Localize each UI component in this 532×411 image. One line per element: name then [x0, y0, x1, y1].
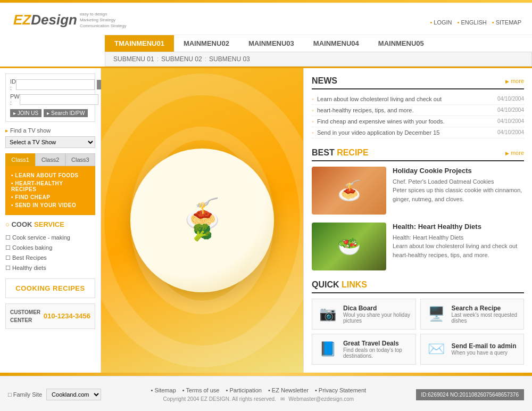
login-link[interactable]: LOGIN	[430, 19, 452, 26]
cook-service-item-0[interactable]: ☐ Cook service - making	[5, 233, 95, 243]
family-site-label: □ Family Site	[8, 391, 42, 398]
id-label: ID :	[10, 78, 16, 91]
class-tab-1[interactable]: Class1	[5, 153, 35, 166]
logo-tagline: easy to design Marketing Strategy Commun…	[80, 11, 127, 29]
recipe-title-1[interactable]: Health: Heart Healthy Diets	[393, 223, 524, 231]
top-navigation: LOGIN ENGLISH SITEMAP	[427, 15, 527, 26]
footer-link-sitemap[interactable]: • Sitemap	[151, 387, 176, 393]
customer-center: CUSTOMER CENTER 010-1234-3456	[5, 303, 95, 329]
footer-webmaster[interactable]: Webmaster@ezdesign.com	[288, 396, 354, 402]
family-site-select[interactable]: Cookland.com	[46, 389, 101, 400]
recipe-item-1: 🥗 Health: Heart Healthy Diets Health: He…	[312, 223, 524, 270]
class-tabs: Class1 Class2 Class3	[5, 153, 95, 166]
main-menu-item-2[interactable]: MAINMENU03	[239, 35, 304, 52]
cook-service-item-3[interactable]: ☐ Healthy diets	[5, 263, 95, 273]
recipe-item-0: 🍝 Holiday Cookie Projects Chef. Peter's …	[312, 167, 524, 215]
customer-label-2: CENTER	[10, 316, 40, 324]
class-item-0[interactable]: • LEARN ABOUT FOODS	[11, 171, 89, 179]
pw-input[interactable]	[20, 94, 98, 105]
quick-link-title-2: Great Travel Deals	[343, 340, 411, 347]
quick-link-desc-1: Last week's most requested dishes	[452, 312, 520, 324]
footer-left: □ Family Site Cookland.com	[8, 389, 101, 400]
quick-link-title-1: Search a Recipe	[452, 305, 520, 312]
main-menu-item-3[interactable]: MAINMENU04	[304, 35, 369, 52]
quick-link-item-3[interactable]: ✉️ Send E-mail to admin When you have a …	[420, 334, 525, 365]
recipe-desc-1: Health: Heart Healthy Diets Learn about …	[393, 233, 524, 260]
search-idpw-button[interactable]: ▸ Search ID/PW	[44, 109, 88, 117]
footer-link-newsletter[interactable]: • EZ Newsletter	[268, 387, 309, 393]
quick-links-title: QUICK LINKS	[312, 280, 524, 293]
news-title: NEWS	[312, 76, 337, 86]
cooking-recipes-box: COOKING RECIPES	[5, 278, 95, 298]
customer-label-1: CUSTOMER	[10, 308, 40, 316]
id-input[interactable]	[16, 79, 95, 90]
class-item-1[interactable]: • HEART-HEALTHY RECIPES	[11, 179, 89, 193]
footer-center: • Sitemap • Terms of use • Participation…	[112, 387, 405, 402]
footer-links: • Sitemap • Terms of use • Participation…	[112, 387, 405, 393]
tv-show-section: ▸ Find a TV show Select a TV Show	[5, 127, 95, 148]
class-tab-2[interactable]: Class2	[35, 153, 65, 166]
sub-menu: SUBMENU 01 : SUBMENU 02 : SUBMENU 03	[105, 52, 532, 67]
logo-design: Design	[31, 12, 77, 28]
news-item-0[interactable]: ◦ Learn about low cholesterol living and…	[312, 94, 524, 105]
news-item-3[interactable]: ◦ Send in your video application by Dece…	[312, 127, 524, 138]
logo-ez: EZ	[13, 12, 31, 28]
best-recipe-title: BEST RECIPE	[312, 148, 369, 158]
best-recipe-more[interactable]: ▶ more	[505, 150, 524, 156]
cook-service-item-2[interactable]: ☐ Best Recipes	[5, 253, 95, 263]
submenu-item-1[interactable]: SUBMENU 02	[161, 55, 202, 63]
food-image: 🍝 🥦	[101, 68, 303, 373]
quick-link-desc-2: Find deals on today's top destinations.	[343, 347, 411, 359]
login-box: ID : Login PW : ▸ JOIN US ▸ Search ID/PW	[5, 73, 95, 122]
recipe-info-1: Health: Heart Healthy Diets Health: Hear…	[393, 223, 524, 260]
recipe-title-0[interactable]: Holiday Cookie Projects	[393, 167, 524, 175]
news-item-2[interactable]: ◦ Find cheap and expensive wines with yo…	[312, 116, 524, 127]
quick-link-desc-0: Woul you share your holiday pictures	[343, 312, 411, 324]
quick-link-title-0: Dica Board	[343, 305, 411, 312]
submenu-item-2[interactable]: SUBMENU 03	[209, 55, 250, 63]
quick-link-item-0[interactable]: 📷 Dica Board Woul you share your holiday…	[312, 299, 416, 330]
footer-link-privacy[interactable]: • Privacy Statement	[315, 387, 366, 393]
footer-id-info: ID:6269024 NO:20110826075648657376	[416, 389, 525, 400]
footer-link-participation[interactable]: • Participation	[226, 387, 261, 393]
sitemap-link[interactable]: SITEMAP	[492, 19, 521, 26]
footer-link-terms[interactable]: • Terms of use	[182, 387, 220, 393]
cook-service: ○ COOK SERVICE ☐ Cook service - making ☐…	[5, 220, 95, 273]
tv-show-label: ▸ Find a TV show	[5, 127, 95, 134]
quick-link-item-1[interactable]: 🖥️ Search a Recipe Last week's most requ…	[420, 299, 525, 330]
news-section: NEWS ▶ more ◦ Learn about low cholestero…	[312, 76, 524, 138]
pw-label: PW :	[10, 93, 20, 106]
class-tab-3[interactable]: Class3	[65, 153, 95, 166]
cook-service-item-1[interactable]: ☐ Cookies baking	[5, 243, 95, 253]
submenu-item-0[interactable]: SUBMENU 01	[113, 55, 154, 63]
main-menu-item-4[interactable]: MAINMENU05	[369, 35, 434, 52]
english-link[interactable]: ENGLISH	[458, 19, 487, 26]
best-recipe-section: BEST RECIPE ▶ more 🍝 Holiday Cookie Proj…	[312, 148, 524, 270]
footer: □ Family Site Cookland.com • Sitemap • T…	[0, 376, 532, 411]
recipe-info-0: Holiday Cookie Projects Chef. Peter's Lo…	[393, 167, 524, 204]
quick-link-icon-2: 📘	[317, 339, 339, 360]
recipe-thumb-0[interactable]: 🍝	[312, 167, 386, 215]
quick-links-section: QUICK LINKS 📷 Dica Board Woul you share …	[312, 280, 524, 365]
tv-show-select[interactable]: Select a TV Show	[5, 136, 95, 148]
quick-link-icon-0: 📷	[317, 303, 339, 325]
quick-link-title-3: Send E-mail to admin	[452, 342, 517, 350]
cook-service-title: ○ COOK SERVICE	[5, 220, 95, 228]
class-content: • LEARN ABOUT FOODS • HEART-HEALTHY RECI…	[5, 166, 95, 215]
quick-link-icon-1: 🖥️	[425, 303, 447, 325]
news-item-1[interactable]: ◦ heart-healthy recipes, tips, and more.…	[312, 105, 524, 116]
main-menu-item-0[interactable]: TMAINMENU01	[105, 35, 174, 52]
customer-phone: 010-1234-3456	[44, 312, 90, 320]
quick-link-desc-3: When you have a query	[452, 350, 517, 356]
quick-link-icon-3: ✉️	[425, 339, 447, 360]
footer-copyright: Copyright 2004 EZ DESIGN. All rights res…	[112, 396, 405, 402]
class-item-2[interactable]: • FIND CHEAP	[11, 193, 89, 201]
main-menu-item-1[interactable]: MAINMENU02	[174, 35, 239, 52]
quick-link-item-2[interactable]: 📘 Great Travel Deals Find deals on today…	[312, 334, 416, 365]
cooking-recipes-title: COOKING RECIPES	[11, 284, 89, 292]
recipe-thumb-1[interactable]: 🥗	[312, 223, 386, 270]
join-button[interactable]: ▸ JOIN US	[10, 109, 41, 117]
news-more-link[interactable]: ▶ more	[505, 78, 524, 84]
class-item-3[interactable]: • SEND IN YOUR VIDEO	[11, 201, 89, 209]
recipe-desc-0: Chef. Peter's Loaded Oatmeal Cookies Pet…	[393, 177, 524, 204]
